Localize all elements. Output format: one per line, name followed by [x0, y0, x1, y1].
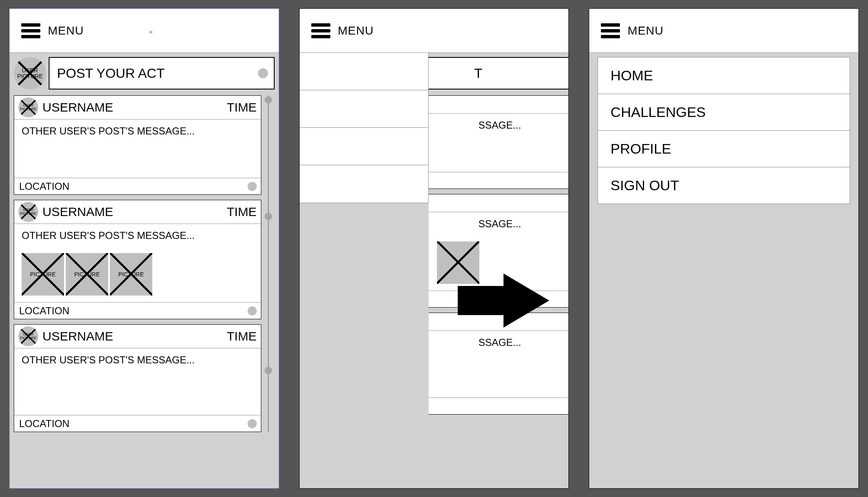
post-footer: LOCATION	[14, 415, 261, 432]
post-picture[interactable]: PICTURE	[22, 253, 64, 296]
post-picture[interactable]: PICTURE	[66, 253, 108, 296]
hamburger-icon[interactable]	[21, 23, 40, 38]
svg-marker-0	[458, 273, 549, 328]
drawer-sliding	[300, 53, 429, 203]
post-message: OTHER USER'S POST'S MESSAGE...	[22, 230, 253, 241]
app-header: MENU	[589, 9, 858, 53]
post-message: OTHER USER'S POST'S MESSAGE...	[14, 119, 261, 178]
drawer-item[interactable]	[300, 128, 428, 165]
menu-label: MENU	[48, 24, 84, 37]
app-header: MENU ×	[10, 9, 279, 53]
menu-label: MENU	[338, 24, 374, 37]
avatar-placeholder-label: USER PICTURE	[18, 202, 38, 222]
scrollbar[interactable]	[268, 95, 269, 432]
post-composer: T	[429, 56, 569, 90]
post-footer	[429, 398, 569, 414]
post-action-icon[interactable]	[248, 419, 257, 428]
post-time: TIME	[227, 329, 257, 343]
close-icon[interactable]: ×	[149, 29, 153, 36]
picture-placeholder-label: PICTURE	[30, 271, 55, 278]
menu-item-profile[interactable]: PROFILE	[598, 131, 850, 167]
avatar-placeholder-label: USER PICTURE	[18, 97, 38, 117]
user-avatar[interactable]: USER PICTURE	[14, 57, 46, 89]
scroll-thumb[interactable]	[265, 96, 272, 104]
post-location[interactable]: LOCATION	[19, 181, 69, 192]
drawer-item[interactable]	[300, 165, 428, 203]
post-action-icon[interactable]	[248, 306, 257, 316]
menu-item-challenges[interactable]: CHALLENGES	[598, 94, 850, 131]
body: T TIME SSAGE...	[300, 53, 569, 488]
post-location[interactable]: LOCATION	[19, 418, 69, 430]
post-header: TIME	[429, 194, 569, 212]
drawer-item[interactable]	[300, 53, 428, 90]
post-avatar[interactable]: USER PICTURE	[18, 97, 38, 117]
post-location[interactable]: LOCATION	[19, 305, 69, 317]
feed-area-shifted: T TIME SSAGE...	[424, 53, 569, 415]
post-picture[interactable]: PICTURE	[110, 253, 152, 296]
post-time: TIME	[227, 100, 257, 114]
feed-list: USER PICTURE USERNAME TIME OTHER USER'S …	[14, 95, 275, 432]
compose-action-icon[interactable]	[258, 68, 268, 78]
hamburger-icon[interactable]	[311, 23, 330, 38]
screen-menu-open: MENU HOME CHALLENGES PROFILE SIGN OUT	[589, 8, 859, 489]
menu-label: MENU	[627, 24, 663, 37]
compose-placeholder-trunc: T	[474, 66, 483, 81]
post-footer: LOCATION	[14, 178, 261, 194]
post-card[interactable]: TIME SSAGE...	[429, 313, 569, 415]
post-message: OTHER USER'S POST'S MESSAGE...	[14, 348, 261, 415]
screen-feed: MENU × USER PICTURE POST YOUR ACT	[9, 8, 279, 489]
post-header: TIME	[429, 96, 569, 114]
post-message: SSAGE...	[479, 218, 569, 230]
post-card[interactable]: USER PICTURE USERNAME TIME OTHER USER'S …	[14, 95, 261, 195]
compose-input[interactable]: T	[429, 57, 569, 89]
post-username[interactable]: USERNAME	[42, 205, 113, 219]
menu-list: HOME CHALLENGES PROFILE SIGN OUT	[598, 57, 850, 204]
menu-item-signout[interactable]: SIGN OUT	[598, 167, 850, 204]
post-header: USER PICTURE USERNAME TIME	[14, 200, 261, 224]
drawer-item[interactable]	[300, 90, 428, 128]
post-body: OTHER USER'S POST'S MESSAGE... PICTURE P…	[14, 224, 261, 302]
picture-placeholder-label: PICTURE	[74, 271, 99, 278]
post-message: SSAGE...	[429, 331, 569, 398]
scroll-thumb[interactable]	[265, 367, 272, 374]
hamburger-icon[interactable]	[601, 23, 620, 38]
scroll-thumb[interactable]	[265, 213, 272, 220]
post-avatar[interactable]: USER PICTURE	[18, 202, 38, 222]
avatar-placeholder-label: USER PICTURE	[14, 57, 46, 89]
feed-list: TIME SSAGE... TIME SSAGE...	[429, 95, 569, 415]
app-header: MENU	[300, 9, 569, 53]
post-username[interactable]: USERNAME	[42, 329, 113, 343]
post-time: TIME	[227, 205, 257, 219]
feed-area: USER PICTURE POST YOUR ACT USE	[10, 53, 279, 432]
screen-drawer-opening: MENU T TIME SSAGE...	[299, 8, 569, 489]
post-card[interactable]: TIME SSAGE...	[429, 95, 569, 189]
post-card[interactable]: USER PICTURE USERNAME TIME OTHER USER'S …	[14, 200, 261, 319]
body: HOME CHALLENGES PROFILE SIGN OUT	[589, 53, 858, 488]
post-footer	[429, 172, 569, 189]
arrow-right-icon	[458, 273, 549, 328]
post-card[interactable]: USER PICTURE USERNAME TIME OTHER USER'S …	[14, 324, 261, 432]
post-username[interactable]: USERNAME	[42, 100, 113, 114]
post-footer: LOCATION	[14, 302, 261, 319]
post-pictures-row: PICTURE PICTURE PICTURE	[22, 253, 253, 296]
feed-body: USER PICTURE POST YOUR ACT USE	[10, 53, 279, 488]
post-composer: USER PICTURE POST YOUR ACT	[14, 56, 275, 90]
compose-input[interactable]: POST YOUR ACT	[49, 57, 275, 89]
menu-item-home[interactable]: HOME	[598, 57, 850, 94]
post-action-icon[interactable]	[248, 182, 257, 191]
post-message: SSAGE...	[429, 114, 569, 172]
post-header: USER PICTURE USERNAME TIME	[14, 96, 261, 119]
picture-placeholder-label: PICTURE	[118, 271, 144, 278]
post-header: USER PICTURE USERNAME TIME	[14, 325, 261, 348]
post-avatar[interactable]: USER PICTURE	[18, 326, 38, 346]
avatar-placeholder-label: USER PICTURE	[18, 326, 38, 346]
compose-placeholder: POST YOUR ACT	[57, 66, 164, 81]
